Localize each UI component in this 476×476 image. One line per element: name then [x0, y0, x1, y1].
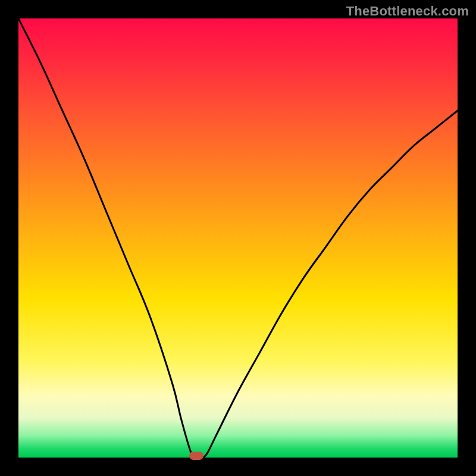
- optimum-marker: [189, 452, 203, 460]
- watermark-text: TheBottleneck.com: [346, 4, 469, 19]
- chart-frame: TheBottleneck.com: [0, 0, 476, 476]
- plot-area: [18, 18, 458, 458]
- bottleneck-curve: [18, 18, 458, 458]
